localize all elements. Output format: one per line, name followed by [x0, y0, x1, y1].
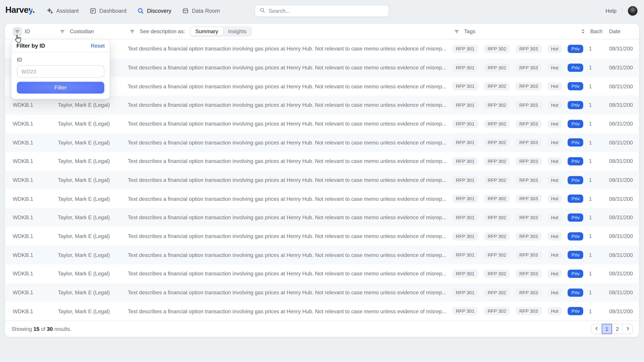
row-tags-cell: RFP 301RFP 302RFP 303HotPriv: [452, 176, 572, 184]
tag-pill: RFP 302: [484, 138, 510, 147]
table-row[interactable]: WDKB.1 Taylor, Mark E (Legal) Text descr…: [5, 171, 639, 189]
tab-data-room[interactable]: Data Room: [182, 7, 220, 14]
tag-pill: RFP 302: [484, 232, 510, 240]
tag-pill: RFP 302: [484, 270, 510, 278]
tag-pill: RFP 303: [516, 101, 542, 109]
filter-id-button[interactable]: [13, 27, 22, 36]
row-description: Text describes a financial option transa…: [128, 233, 452, 239]
table-row[interactable]: WDKB.1 Taylor, Mark E (Legal) Text descr…: [5, 189, 639, 208]
row-date: 08/31/2001: [609, 252, 633, 258]
table-row[interactable]: WDKB.1 Taylor, Mark E (Legal) Text descr…: [5, 227, 639, 246]
row-tags-cell: RFP 301RFP 302RFP 303HotPriv: [452, 138, 572, 147]
id-filter-input[interactable]: [17, 65, 104, 77]
table-row[interactable]: WDKB.1 Taylor, Mark E (Legal) Text descr…: [5, 302, 639, 321]
tag-pill: RFP 302: [484, 63, 510, 71]
user-avatar[interactable]: [628, 5, 638, 16]
toggle-insights[interactable]: Insights: [223, 27, 252, 36]
filter-tags-button[interactable]: [452, 27, 461, 36]
row-tags-cell: RFP 301RFP 302RFP 303HotPriv: [452, 251, 572, 259]
search-placeholder: Search...: [269, 8, 290, 14]
tab-assistant[interactable]: Assistant: [46, 7, 79, 14]
row-date: 08/31/2001: [609, 271, 633, 277]
tag-pill: Hot: [547, 45, 562, 53]
tag-pill: RFP 301: [452, 176, 478, 184]
tag-pill: Hot: [547, 232, 562, 240]
row-tags-cell: RFP 301RFP 302RFP 303HotPriv: [452, 232, 572, 240]
help-link[interactable]: Help: [606, 7, 616, 14]
tag-pill: RFP 301: [452, 270, 478, 278]
row-tags-cell: RFP 301RFP 302RFP 303HotPriv: [452, 213, 572, 222]
tag-pill: Hot: [547, 138, 562, 147]
row-tags-cell: RFP 301RFP 302RFP 303HotPriv: [452, 45, 572, 53]
tag-pill: RFP 302: [484, 82, 510, 90]
pagination: 1 2: [591, 324, 633, 334]
row-tags-cell: RFP 301RFP 302RFP 303HotPriv: [452, 307, 572, 315]
row-id: WDKB.1: [13, 102, 58, 108]
tag-pill: Hot: [547, 270, 562, 278]
table-row[interactable]: WDKB.1 Taylor, Mark E (Legal) Text descr…: [5, 133, 639, 152]
shown-count: 15: [34, 326, 40, 332]
popover-title: Filter by ID: [16, 43, 45, 49]
row-description: Text describes a financial option transa…: [128, 290, 452, 296]
sort-bach-button[interactable]: [578, 27, 588, 36]
row-bach: 1: [572, 139, 609, 146]
row-bach: 1: [572, 308, 609, 314]
page-2-button[interactable]: 2: [612, 324, 622, 334]
tag-pill: RFP 302: [484, 213, 510, 222]
row-tags-cell: RFP 301RFP 302RFP 303HotPriv: [452, 63, 572, 71]
row-date: 08/31/2001: [609, 158, 633, 164]
row-date: 08/31/2001: [609, 139, 633, 146]
global-search-input[interactable]: Search...: [254, 5, 389, 17]
row-id: WDKB.1: [13, 252, 58, 258]
next-page-button[interactable]: [622, 324, 632, 334]
page-1-button[interactable]: 1: [602, 324, 612, 334]
tag-pill: RFP 301: [452, 251, 478, 259]
tag-pill: RFP 302: [484, 307, 510, 315]
row-custodian: Taylor, Mark E (Legal): [58, 139, 128, 146]
filter-by-id-popover: Filter by ID Reset ID Filter: [11, 39, 110, 99]
row-id: WDKB.1: [13, 196, 58, 202]
row-custodian: Taylor, Mark E (Legal): [58, 214, 128, 221]
toggle-summary[interactable]: Summary: [190, 27, 223, 36]
tab-dashboard[interactable]: Dashboard: [90, 7, 126, 14]
row-id: WDKB.1: [13, 121, 58, 127]
row-custodian: Taylor, Mark E (Legal): [58, 308, 128, 314]
row-description: Text describes a financial option transa…: [128, 271, 452, 277]
filter-description-button[interactable]: [128, 27, 137, 36]
filter-custodian-button[interactable]: [58, 27, 67, 36]
logo-period: .: [32, 5, 35, 14]
row-bach: 1: [572, 46, 609, 52]
header-date-label: Date: [609, 28, 620, 34]
header-tags-label: Tags: [464, 28, 475, 34]
data-room-icon: [182, 7, 189, 14]
nav-tabs: Assistant Dashboard Discovery Data Room: [46, 0, 220, 21]
filter-apply-button[interactable]: Filter: [17, 82, 104, 93]
tag-pill: RFP 301: [452, 195, 478, 203]
row-description: Text describes a financial option transa…: [128, 158, 452, 164]
table-row[interactable]: WDKB.1 Taylor, Mark E (Legal) Text descr…: [5, 208, 639, 227]
harvey-logo[interactable]: Harvey.: [5, 5, 35, 15]
tag-pill: RFP 302: [484, 45, 510, 53]
tag-pill: Hot: [547, 101, 562, 109]
row-bach: 1: [572, 102, 609, 108]
row-tags-cell: RFP 301RFP 302RFP 303HotPriv: [452, 157, 572, 165]
reset-link[interactable]: Reset: [91, 43, 105, 49]
row-description: Text describes a financial option transa…: [128, 46, 452, 52]
row-description: Text describes a financial option transa…: [128, 214, 452, 221]
table-row[interactable]: WDKB.1 Taylor, Mark E (Legal) Text descr…: [5, 264, 639, 283]
row-bach: 1: [572, 83, 609, 89]
tag-pill: RFP 303: [516, 213, 542, 222]
tag-pill: Hot: [547, 176, 562, 184]
prev-page-button[interactable]: [592, 324, 602, 334]
row-date: 08/31/2001: [609, 233, 633, 239]
tag-pill: RFP 301: [452, 289, 478, 297]
tag-pill: RFP 303: [516, 82, 542, 90]
tag-pill: RFP 301: [452, 101, 478, 109]
row-date: 08/31/2001: [609, 290, 633, 296]
row-date: 08/31/2001: [609, 102, 633, 108]
table-row[interactable]: WDKB.1 Taylor, Mark E (Legal) Text descr…: [5, 114, 639, 133]
table-row[interactable]: WDKB.1 Taylor, Mark E (Legal) Text descr…: [5, 152, 639, 171]
table-row[interactable]: WDKB.1 Taylor, Mark E (Legal) Text descr…: [5, 246, 639, 264]
table-row[interactable]: WDKB.1 Taylor, Mark E (Legal) Text descr…: [5, 283, 639, 302]
tab-discovery[interactable]: Discovery: [137, 7, 172, 14]
